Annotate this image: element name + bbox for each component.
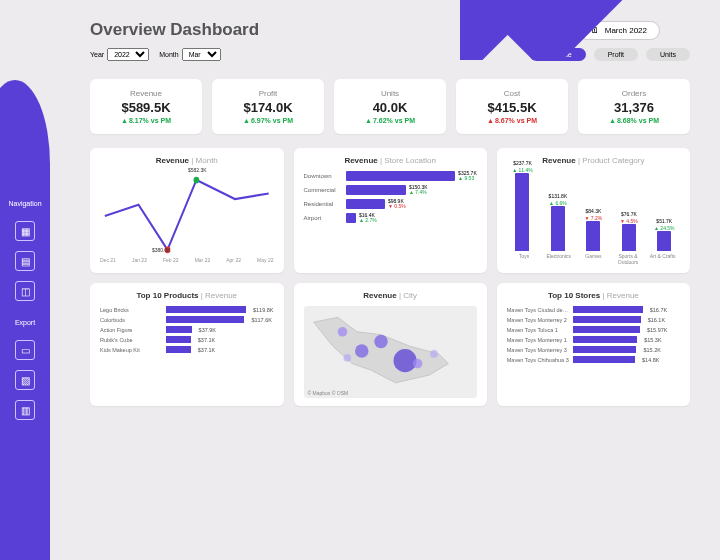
card-top-stores: Top 10 Stores | Revenue Maven Toys Ciuda…	[497, 283, 690, 406]
map-mexico[interactable]: © Mapbox © OSM	[304, 306, 477, 398]
svg-point-2	[393, 349, 416, 372]
card-revenue-city: Revenue | City © Mapbox © OSM	[294, 283, 487, 406]
kpi-label: Orders	[578, 89, 690, 98]
nav-dashboard-icon[interactable]: ▦	[15, 221, 35, 241]
vbar-col: $237.7K ▲ 11.4%	[507, 160, 538, 251]
hbar-chart-store-location: Downtown $325.7K▲ 9.53 Commercial $150.3…	[304, 171, 477, 223]
product-row: Kids Makeup Kit $37.1K	[100, 346, 274, 353]
card-revenue-store-location: Revenue | Store Location Downtown $325.7…	[294, 148, 487, 273]
kpi-delta: 6.97% vs PM	[212, 117, 324, 124]
vbar-chart-product-category: $237.7K ▲ 11.4% $131.8K ▲ 6.6% $84.3K ▼ …	[507, 171, 680, 251]
card-revenue-product-category: Revenue | Product Category $237.7K ▲ 11.…	[497, 148, 690, 273]
kpi-delta: 7.62% vs PM	[334, 117, 446, 124]
kpi-label: Cost	[456, 89, 568, 98]
month-label: Month	[159, 51, 178, 58]
line-low-annotation: $380.0K	[152, 247, 171, 253]
store-row: Maven Toys Monterrey 2 $16.1K	[507, 316, 680, 323]
kpi-label: Units	[334, 89, 446, 98]
page-title: Overview Dashboard	[90, 20, 259, 40]
vbar-col: $84.3K ▼ 7.2%	[578, 208, 609, 251]
hbar-chart-top-products: Lego Bricks $119.8K Colorbuds $117.6K Ac…	[100, 306, 274, 353]
kpi-card: Orders 31,376 8.68% vs PM	[578, 79, 690, 134]
card-top-products: Top 10 Products | Revenue Lego Bricks $1…	[90, 283, 284, 406]
svg-point-5	[337, 327, 347, 337]
line-chart: $582.3K $380.0K Dec 21Jan 22Feb 22Mar 22…	[100, 171, 274, 261]
store-row: Maven Toys Toluca 1 $15.97K	[507, 326, 680, 333]
line-high-annotation: $582.3K	[188, 167, 207, 173]
year-select[interactable]: 2022	[107, 48, 149, 61]
kpi-value: 31,376	[578, 100, 690, 115]
sidebar-section-navigation: Navigation	[8, 200, 41, 207]
kpi-card: Cost $415.5K 8.67% vs PM	[456, 79, 568, 134]
hbar-row: Downtown $325.7K▲ 9.53	[304, 171, 477, 181]
kpi-delta: 8.68% vs PM	[578, 117, 690, 124]
kpi-card: Units 40.0K 7.62% vs PM	[334, 79, 446, 134]
kpi-label: Revenue	[90, 89, 202, 98]
map-attribution: © Mapbox © OSM	[308, 390, 349, 396]
product-row: Lego Bricks $119.8K	[100, 306, 274, 313]
card-revenue-month: Revenue | Month $582.3K $380.0K Dec 21Ja…	[90, 148, 284, 273]
svg-point-7	[343, 354, 351, 362]
kpi-row: Revenue $589.5K 8.17% vs PM Profit $174.…	[90, 79, 690, 134]
store-row: Maven Toys Chihuahua 3 $14.8K	[507, 356, 680, 363]
hbar-chart-top-stores: Maven Toys Ciudad de Mexico 2 $16.7K Mav…	[507, 306, 680, 363]
product-row: Colorbuds $117.6K	[100, 316, 274, 323]
hbar-row: Residential $98.9K▼ 0.5%	[304, 199, 477, 209]
kpi-label: Profit	[212, 89, 324, 98]
svg-point-8	[430, 350, 438, 358]
svg-point-6	[412, 359, 422, 369]
vbar-col: $51.7K ▲ 24.5%	[649, 218, 680, 251]
svg-point-4	[355, 344, 368, 357]
export-image-icon[interactable]: ▧	[15, 370, 35, 390]
store-row: Maven Toys Monterrey 1 $15.3K	[507, 336, 680, 343]
card-title-sub: Month	[196, 156, 218, 165]
vbar-col: $76.7K ▼ 4.5%	[613, 211, 644, 251]
store-row: Maven Toys Ciudad de Mexico 2 $16.7K	[507, 306, 680, 313]
product-row: Rubik's Cube $37.1K	[100, 336, 274, 343]
nav-stores-icon[interactable]: ▤	[15, 251, 35, 271]
sidebar: Navigation ▦ ▤ ◫ Export ▭ ▧ ▥	[0, 0, 50, 560]
product-row: Action Figure $37.9K	[100, 326, 274, 333]
kpi-delta: 8.17% vs PM	[90, 117, 202, 124]
nav-products-icon[interactable]: ◫	[15, 281, 35, 301]
vbar-col: $131.8K ▲ 6.6%	[542, 193, 573, 251]
kpi-value: 40.0K	[334, 100, 446, 115]
svg-point-3	[374, 335, 387, 348]
year-label: Year	[90, 51, 104, 58]
month-select[interactable]: Mar	[182, 48, 221, 61]
hbar-row: Commercial $150.3K▲ 7.4%	[304, 185, 477, 195]
card-title-main: Revenue	[156, 156, 189, 165]
kpi-delta: 8.67% vs PM	[456, 117, 568, 124]
svg-point-0	[193, 177, 199, 184]
export-data-icon[interactable]: ▥	[15, 400, 35, 420]
decorative-stripes	[460, 0, 660, 60]
store-row: Maven Toys Monterrey 3 $15.2K	[507, 346, 680, 353]
sidebar-section-export: Export	[15, 319, 35, 326]
export-pdf-icon[interactable]: ▭	[15, 340, 35, 360]
kpi-card: Revenue $589.5K 8.17% vs PM	[90, 79, 202, 134]
hbar-row: Airport $16.4K▲ 2.7%	[304, 213, 477, 223]
kpi-value: $589.5K	[90, 100, 202, 115]
kpi-value: $174.0K	[212, 100, 324, 115]
kpi-card: Profit $174.0K 6.97% vs PM	[212, 79, 324, 134]
kpi-value: $415.5K	[456, 100, 568, 115]
